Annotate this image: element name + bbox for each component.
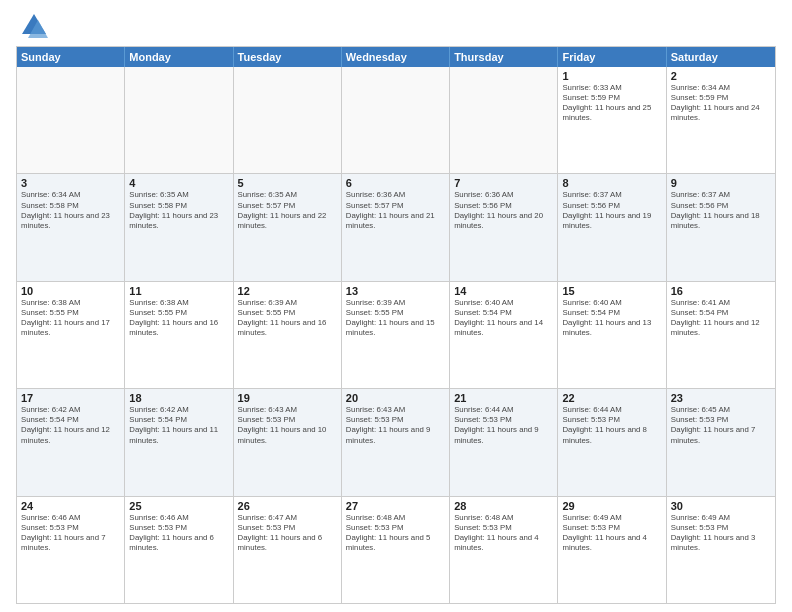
cal-cell-4-3: 27Sunrise: 6:48 AM Sunset: 5:53 PM Dayli… [342,497,450,603]
day-detail: Sunrise: 6:49 AM Sunset: 5:53 PM Dayligh… [562,513,661,554]
day-number: 6 [346,177,445,189]
cal-cell-4-6: 30Sunrise: 6:49 AM Sunset: 5:53 PM Dayli… [667,497,775,603]
day-detail: Sunrise: 6:43 AM Sunset: 5:53 PM Dayligh… [238,405,337,446]
day-number: 12 [238,285,337,297]
cal-cell-4-1: 25Sunrise: 6:46 AM Sunset: 5:53 PM Dayli… [125,497,233,603]
day-detail: Sunrise: 6:33 AM Sunset: 5:59 PM Dayligh… [562,83,661,124]
day-detail: Sunrise: 6:37 AM Sunset: 5:56 PM Dayligh… [671,190,771,231]
cal-cell-0-2 [234,67,342,173]
day-number: 14 [454,285,553,297]
cal-cell-4-2: 26Sunrise: 6:47 AM Sunset: 5:53 PM Dayli… [234,497,342,603]
day-number: 11 [129,285,228,297]
day-number: 2 [671,70,771,82]
day-number: 8 [562,177,661,189]
cal-cell-1-0: 3Sunrise: 6:34 AM Sunset: 5:58 PM Daylig… [17,174,125,280]
day-detail: Sunrise: 6:44 AM Sunset: 5:53 PM Dayligh… [562,405,661,446]
day-detail: Sunrise: 6:45 AM Sunset: 5:53 PM Dayligh… [671,405,771,446]
day-detail: Sunrise: 6:41 AM Sunset: 5:54 PM Dayligh… [671,298,771,339]
cal-cell-1-5: 8Sunrise: 6:37 AM Sunset: 5:56 PM Daylig… [558,174,666,280]
cal-cell-3-0: 17Sunrise: 6:42 AM Sunset: 5:54 PM Dayli… [17,389,125,495]
cal-cell-3-6: 23Sunrise: 6:45 AM Sunset: 5:53 PM Dayli… [667,389,775,495]
day-detail: Sunrise: 6:42 AM Sunset: 5:54 PM Dayligh… [21,405,120,446]
day-number: 4 [129,177,228,189]
calendar-body: 1Sunrise: 6:33 AM Sunset: 5:59 PM Daylig… [17,67,775,603]
day-number: 24 [21,500,120,512]
day-detail: Sunrise: 6:46 AM Sunset: 5:53 PM Dayligh… [21,513,120,554]
cal-cell-1-1: 4Sunrise: 6:35 AM Sunset: 5:58 PM Daylig… [125,174,233,280]
day-detail: Sunrise: 6:42 AM Sunset: 5:54 PM Dayligh… [129,405,228,446]
cal-cell-0-1 [125,67,233,173]
day-number: 21 [454,392,553,404]
day-number: 27 [346,500,445,512]
cal-cell-0-0 [17,67,125,173]
cal-cell-2-1: 11Sunrise: 6:38 AM Sunset: 5:55 PM Dayli… [125,282,233,388]
calendar: SundayMondayTuesdayWednesdayThursdayFrid… [16,46,776,604]
day-detail: Sunrise: 6:38 AM Sunset: 5:55 PM Dayligh… [129,298,228,339]
day-number: 25 [129,500,228,512]
day-detail: Sunrise: 6:39 AM Sunset: 5:55 PM Dayligh… [346,298,445,339]
day-number: 16 [671,285,771,297]
cal-cell-1-2: 5Sunrise: 6:35 AM Sunset: 5:57 PM Daylig… [234,174,342,280]
logo-icon [20,12,48,40]
cal-cell-4-0: 24Sunrise: 6:46 AM Sunset: 5:53 PM Dayli… [17,497,125,603]
cal-cell-4-4: 28Sunrise: 6:48 AM Sunset: 5:53 PM Dayli… [450,497,558,603]
cal-cell-2-3: 13Sunrise: 6:39 AM Sunset: 5:55 PM Dayli… [342,282,450,388]
cal-cell-3-1: 18Sunrise: 6:42 AM Sunset: 5:54 PM Dayli… [125,389,233,495]
day-number: 28 [454,500,553,512]
day-number: 1 [562,70,661,82]
day-detail: Sunrise: 6:35 AM Sunset: 5:58 PM Dayligh… [129,190,228,231]
header-day-wednesday: Wednesday [342,47,450,67]
day-number: 15 [562,285,661,297]
day-number: 22 [562,392,661,404]
cal-cell-2-4: 14Sunrise: 6:40 AM Sunset: 5:54 PM Dayli… [450,282,558,388]
header [16,12,776,40]
day-detail: Sunrise: 6:34 AM Sunset: 5:58 PM Dayligh… [21,190,120,231]
day-number: 3 [21,177,120,189]
header-day-tuesday: Tuesday [234,47,342,67]
cal-cell-1-4: 7Sunrise: 6:36 AM Sunset: 5:56 PM Daylig… [450,174,558,280]
day-number: 20 [346,392,445,404]
day-number: 10 [21,285,120,297]
day-detail: Sunrise: 6:34 AM Sunset: 5:59 PM Dayligh… [671,83,771,124]
day-detail: Sunrise: 6:46 AM Sunset: 5:53 PM Dayligh… [129,513,228,554]
day-number: 5 [238,177,337,189]
day-detail: Sunrise: 6:49 AM Sunset: 5:53 PM Dayligh… [671,513,771,554]
day-detail: Sunrise: 6:48 AM Sunset: 5:53 PM Dayligh… [346,513,445,554]
day-number: 13 [346,285,445,297]
cal-cell-1-6: 9Sunrise: 6:37 AM Sunset: 5:56 PM Daylig… [667,174,775,280]
header-day-saturday: Saturday [667,47,775,67]
calendar-row-2: 10Sunrise: 6:38 AM Sunset: 5:55 PM Dayli… [17,282,775,389]
calendar-row-1: 3Sunrise: 6:34 AM Sunset: 5:58 PM Daylig… [17,174,775,281]
day-detail: Sunrise: 6:48 AM Sunset: 5:53 PM Dayligh… [454,513,553,554]
day-detail: Sunrise: 6:44 AM Sunset: 5:53 PM Dayligh… [454,405,553,446]
calendar-row-4: 24Sunrise: 6:46 AM Sunset: 5:53 PM Dayli… [17,497,775,603]
day-detail: Sunrise: 6:38 AM Sunset: 5:55 PM Dayligh… [21,298,120,339]
cal-cell-3-4: 21Sunrise: 6:44 AM Sunset: 5:53 PM Dayli… [450,389,558,495]
cal-cell-1-3: 6Sunrise: 6:36 AM Sunset: 5:57 PM Daylig… [342,174,450,280]
day-detail: Sunrise: 6:40 AM Sunset: 5:54 PM Dayligh… [562,298,661,339]
day-detail: Sunrise: 6:36 AM Sunset: 5:56 PM Dayligh… [454,190,553,231]
calendar-header: SundayMondayTuesdayWednesdayThursdayFrid… [17,47,775,67]
day-number: 26 [238,500,337,512]
day-detail: Sunrise: 6:36 AM Sunset: 5:57 PM Dayligh… [346,190,445,231]
cal-cell-2-2: 12Sunrise: 6:39 AM Sunset: 5:55 PM Dayli… [234,282,342,388]
header-day-sunday: Sunday [17,47,125,67]
header-day-thursday: Thursday [450,47,558,67]
day-number: 17 [21,392,120,404]
cal-cell-4-5: 29Sunrise: 6:49 AM Sunset: 5:53 PM Dayli… [558,497,666,603]
day-number: 23 [671,392,771,404]
cal-cell-0-4 [450,67,558,173]
day-number: 29 [562,500,661,512]
cal-cell-2-6: 16Sunrise: 6:41 AM Sunset: 5:54 PM Dayli… [667,282,775,388]
day-detail: Sunrise: 6:35 AM Sunset: 5:57 PM Dayligh… [238,190,337,231]
day-detail: Sunrise: 6:43 AM Sunset: 5:53 PM Dayligh… [346,405,445,446]
cal-cell-2-5: 15Sunrise: 6:40 AM Sunset: 5:54 PM Dayli… [558,282,666,388]
cal-cell-3-3: 20Sunrise: 6:43 AM Sunset: 5:53 PM Dayli… [342,389,450,495]
day-detail: Sunrise: 6:47 AM Sunset: 5:53 PM Dayligh… [238,513,337,554]
calendar-row-0: 1Sunrise: 6:33 AM Sunset: 5:59 PM Daylig… [17,67,775,174]
cal-cell-0-5: 1Sunrise: 6:33 AM Sunset: 5:59 PM Daylig… [558,67,666,173]
logo [16,12,48,40]
cal-cell-0-3 [342,67,450,173]
day-detail: Sunrise: 6:39 AM Sunset: 5:55 PM Dayligh… [238,298,337,339]
page: SundayMondayTuesdayWednesdayThursdayFrid… [0,0,792,612]
